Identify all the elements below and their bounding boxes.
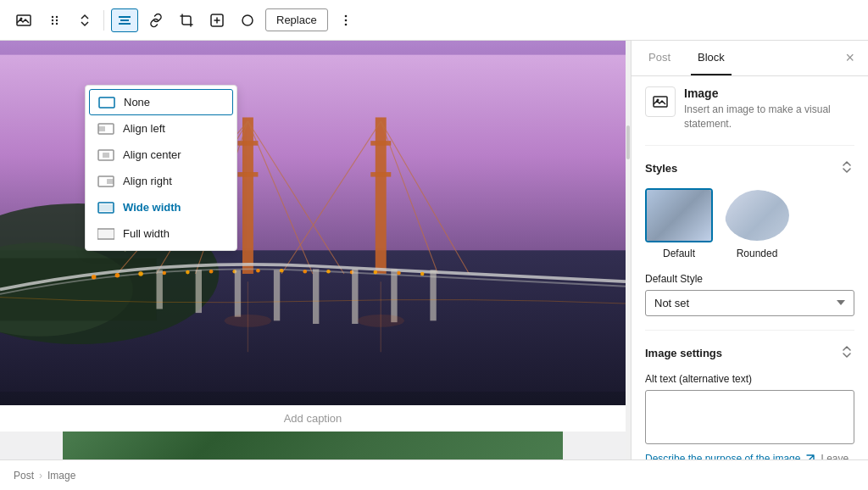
styles-toggle[interactable] [839,159,854,178]
secondary-image [63,432,563,459]
style-option-rounded[interactable]: Rounded [723,188,791,259]
style-thumb-rounded [723,188,791,242]
drag-handle[interactable] [42,9,68,31]
svg-point-56 [326,270,331,274]
svg-rect-65 [196,270,202,313]
svg-point-75 [358,315,404,327]
svg-point-50 [186,270,190,275]
alt-text-label: Alt text (alternative text) [645,373,854,385]
svg-point-54 [280,269,284,273]
image-block-icon[interactable] [10,8,37,32]
svg-point-14 [344,19,347,21]
styles-title: Styles [645,162,677,175]
section-divider-1 [645,330,854,331]
svg-rect-66 [235,270,241,316]
svg-point-5 [56,15,58,17]
describe-link-text: Describe the purpose of the image [645,453,800,459]
svg-point-46 [92,275,97,280]
full-width-icon [97,228,114,240]
svg-point-4 [52,22,53,24]
text-overlay-button[interactable] [204,9,230,31]
sidebar-body: Image Insert an image to make a visual s… [632,76,868,459]
block-info: Image Insert an image to make a visual s… [645,86,854,146]
dropdown-item-none[interactable]: None [89,89,233,115]
breadcrumb-bar: Post › Image [0,459,868,490]
align-right-icon [97,175,114,187]
svg-point-48 [138,271,143,276]
svg-point-58 [373,270,377,275]
styles-section-header: Styles [645,159,854,178]
block-mover[interactable] [73,10,97,31]
svg-rect-24 [98,204,114,211]
align-center-label: Align center [123,148,181,161]
editor-area: None Align left Align center Align right [0,41,626,459]
svg-rect-35 [237,172,258,177]
image-settings-title: Image settings [645,347,722,359]
style-rounded-label: Rounded [737,248,778,259]
alt-text-input[interactable] [645,390,854,444]
svg-point-49 [162,271,166,276]
tab-post[interactable]: Post [642,41,677,75]
svg-point-15 [344,23,347,25]
full-width-label: Full width [123,227,170,240]
none-label: None [124,96,150,109]
circle-button[interactable] [235,9,260,31]
svg-rect-67 [274,270,280,320]
default-style-field: Default Style Not set Default Rounded [645,273,854,316]
breadcrumb-post[interactable]: Post [14,470,34,482]
style-option-default[interactable]: Default [645,188,713,259]
svg-point-12 [242,15,253,25]
breadcrumb-separator: › [39,470,42,482]
more-options-button[interactable] [333,9,359,31]
dropdown-item-align-center[interactable]: Align center [86,142,236,168]
link-button[interactable] [143,9,169,31]
wide-width-icon [97,202,114,214]
block-icon-box [645,86,676,117]
sidebar-close-button[interactable]: × [842,46,858,70]
align-button[interactable] [111,8,138,32]
svg-rect-8 [119,16,131,18]
align-left-label: Align left [123,122,165,135]
default-style-select[interactable]: Not set Default Rounded [645,290,854,316]
svg-point-6 [56,19,58,20]
image-caption[interactable]: Add caption [0,405,626,432]
caption-text: Add caption [284,412,342,425]
replace-button[interactable]: Replace [265,8,328,31]
align-left-icon [97,123,114,135]
block-title: Image [684,86,854,100]
image-settings-toggle[interactable] [839,344,854,363]
align-center-icon [97,149,114,161]
image-settings-header: Image settings [645,344,854,363]
svg-point-60 [420,272,425,276]
dropdown-item-full-width[interactable]: Full width [86,220,236,247]
svg-rect-18 [98,126,105,131]
svg-point-51 [209,270,214,274]
tab-block[interactable]: Block [691,41,732,75]
align-right-label: Align right [123,175,172,187]
svg-rect-10 [119,23,131,25]
style-thumb-default [645,188,713,242]
svg-rect-26 [97,229,114,239]
svg-rect-37 [370,172,391,177]
alt-text-help: Describe the purpose of the image Leave … [645,452,854,459]
dropdown-item-align-right[interactable]: Align right [86,168,236,194]
sidebar-tabs: Post Block × [632,41,868,76]
svg-point-59 [397,271,401,276]
svg-point-53 [256,269,260,273]
svg-rect-22 [107,179,114,184]
describe-purpose-link[interactable]: Describe the purpose of the image [645,453,818,459]
svg-point-13 [344,14,347,17]
crop-button[interactable] [174,9,199,31]
main-area: None Align left Align center Align right [0,41,868,459]
svg-rect-20 [103,153,109,158]
toolbar-divider-1 [103,10,104,31]
svg-rect-71 [430,270,436,320]
block-info-text: Image Insert an image to make a visual s… [684,86,854,131]
style-default-label: Default [663,248,695,259]
dropdown-item-wide-width[interactable]: Wide width [86,194,236,220]
svg-point-2 [52,15,53,17]
wide-width-label: Wide width [123,201,181,214]
svg-point-55 [303,270,307,274]
dropdown-item-align-left[interactable]: Align left [86,115,236,142]
editor-toolbar: Replace [0,0,868,41]
